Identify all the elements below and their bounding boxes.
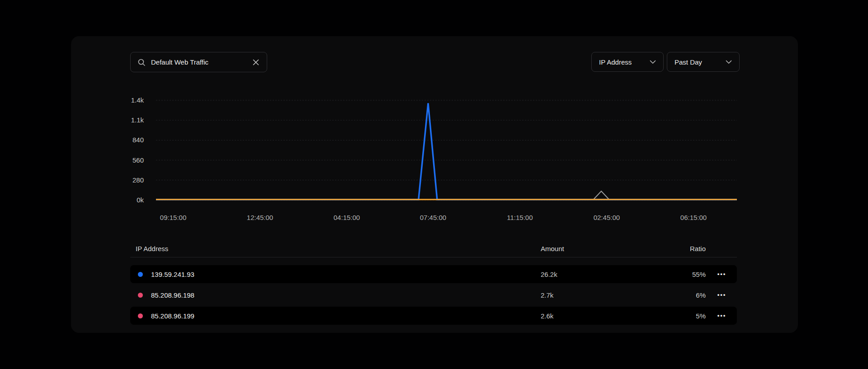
- row-menu-button[interactable]: •••: [717, 265, 726, 283]
- ratio-value: 55%: [631, 271, 707, 278]
- dashboard-panel: Default Web Traffic IP Address Past Day …: [71, 36, 798, 333]
- series-color-dot: [138, 313, 143, 318]
- amount-value: 2.6k: [541, 312, 631, 320]
- series-secondary-spike: [594, 191, 609, 199]
- x-tick-label: 06:15:00: [666, 214, 721, 221]
- x-tick-label: 04:15:00: [320, 214, 374, 221]
- y-tick-label: 0k: [71, 195, 144, 205]
- traffic-chart: 1.4k1.1k8405602800k 09:15:0012:45:0004:1…: [71, 36, 798, 230]
- table-row[interactable]: 85.208.96.199 2.6k 5% •••: [130, 307, 737, 325]
- amount-value: 26.2k: [541, 271, 631, 278]
- table-header: IP Address Amount Ratio: [130, 240, 737, 257]
- x-tick-label: 02:45:00: [580, 214, 634, 221]
- y-tick-label: 840: [71, 135, 144, 145]
- series-color-dot: [138, 293, 143, 298]
- chart-svg: [156, 99, 737, 204]
- y-tick-label: 280: [71, 175, 144, 185]
- column-header-ratio: Ratio: [631, 245, 707, 252]
- series-139.59.241.93: [156, 103, 737, 199]
- x-tick-label: 11:15:00: [493, 214, 547, 221]
- ip-table: IP Address Amount Ratio 139.59.241.93 26…: [130, 240, 737, 325]
- y-axis-labels: 1.4k1.1k8405602800k: [71, 36, 144, 230]
- y-tick-label: 1.1k: [71, 115, 144, 125]
- x-tick-label: 12:45:00: [233, 214, 287, 221]
- series-color-dot: [138, 272, 143, 277]
- column-header-amount: Amount: [541, 245, 631, 252]
- ip-address: 85.208.96.199: [151, 312, 194, 320]
- row-menu-button[interactable]: •••: [717, 307, 726, 325]
- x-tick-label: 09:15:00: [146, 214, 200, 221]
- amount-value: 2.7k: [541, 291, 631, 299]
- x-axis-labels: 09:15:0012:45:0004:15:0007:45:0011:15:00…: [156, 214, 737, 224]
- x-tick-label: 07:45:00: [406, 214, 460, 221]
- ratio-value: 5%: [631, 312, 707, 320]
- y-tick-label: 1.4k: [71, 95, 144, 105]
- column-header-ip: IP Address: [130, 245, 541, 252]
- ip-address: 139.59.241.93: [151, 271, 194, 278]
- ip-address: 85.208.96.198: [151, 291, 194, 299]
- row-menu-button[interactable]: •••: [717, 286, 726, 304]
- table-row[interactable]: 85.208.96.198 2.7k 6% •••: [130, 286, 737, 304]
- y-tick-label: 560: [71, 155, 144, 165]
- ratio-value: 6%: [631, 291, 707, 299]
- table-row[interactable]: 139.59.241.93 26.2k 55% •••: [130, 265, 737, 283]
